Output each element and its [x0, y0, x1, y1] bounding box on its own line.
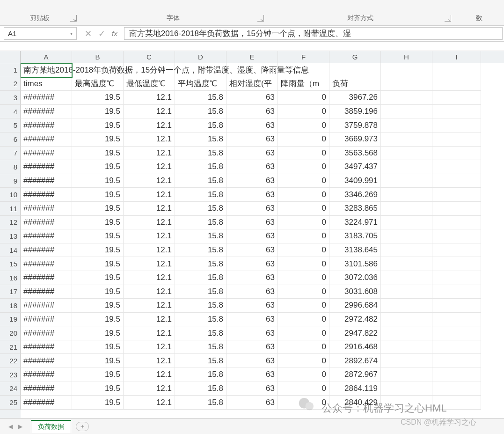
cell[interactable]: 12.1	[124, 326, 175, 340]
sheet-prev-button[interactable]: ◀	[8, 423, 13, 430]
cell[interactable]: 63	[226, 216, 278, 230]
cell[interactable]: 3346.269	[329, 188, 381, 202]
cell[interactable]: 3138.645	[329, 243, 381, 257]
cell[interactable]: 63	[226, 132, 278, 147]
cell[interactable]: 0	[278, 132, 329, 147]
cell[interactable]: 19.5	[72, 354, 124, 368]
sheet-next-button[interactable]: ▶	[18, 423, 22, 430]
cell[interactable]	[381, 396, 432, 410]
cell[interactable]	[329, 63, 381, 77]
cell[interactable]: 12.1	[124, 299, 175, 313]
cell[interactable]: 3283.865	[329, 202, 381, 216]
cell[interactable]: 12.1	[124, 257, 175, 271]
cell[interactable]: 15.8	[175, 299, 226, 313]
cell[interactable]: 12.1	[124, 382, 175, 396]
cell[interactable]: 0	[278, 326, 329, 340]
cell[interactable]: 0	[278, 382, 329, 396]
cell[interactable]: 63	[226, 105, 278, 119]
cell[interactable]	[381, 313, 432, 327]
cell[interactable]	[381, 340, 432, 354]
select-all-corner[interactable]	[0, 51, 21, 63]
cell[interactable]: #######	[21, 91, 72, 105]
cell[interactable]	[432, 216, 481, 230]
cell[interactable]: 15.8	[175, 132, 226, 147]
row-header[interactable]: 16	[0, 271, 21, 285]
cell[interactable]: 12.1	[124, 354, 175, 368]
cell[interactable]: 63	[226, 243, 278, 257]
cell[interactable]: 12.1	[124, 216, 175, 230]
cell[interactable]	[381, 188, 432, 202]
cell[interactable]: 63	[226, 229, 278, 243]
sheet-tab-active[interactable]: 负荷数据	[31, 420, 71, 433]
cell[interactable]: 2864.119	[329, 382, 381, 396]
cell[interactable]: #######	[21, 313, 72, 327]
cell[interactable]: 63	[226, 396, 278, 410]
cell[interactable]: 12.1	[124, 285, 175, 299]
cell[interactable]: 12.1	[124, 229, 175, 243]
row-header[interactable]: 1	[0, 63, 21, 77]
cell[interactable]	[432, 326, 481, 340]
row-header[interactable]: 19	[0, 313, 21, 327]
cell[interactable]: 63	[226, 285, 278, 299]
cell[interactable]: 63	[226, 202, 278, 216]
cell[interactable]: 3183.705	[329, 229, 381, 243]
cell[interactable]: #######	[21, 160, 72, 174]
cell[interactable]: 3859.196	[329, 105, 381, 119]
cell[interactable]: 19.5	[72, 382, 124, 396]
cell[interactable]: 0	[278, 105, 329, 119]
cell[interactable]: 负荷	[329, 77, 381, 91]
cell[interactable]: 15.8	[175, 326, 226, 340]
row-header[interactable]: 4	[0, 105, 21, 119]
cell[interactable]	[381, 63, 432, 77]
cell[interactable]: 19.5	[72, 147, 124, 161]
cell[interactable]: 3759.878	[329, 118, 381, 132]
cell[interactable]: 0	[278, 299, 329, 313]
row-header[interactable]: 10	[0, 188, 21, 202]
cell[interactable]: 12.1	[124, 147, 175, 161]
cell[interactable]	[381, 174, 432, 188]
cell[interactable]	[381, 147, 432, 161]
cell[interactable]	[432, 340, 481, 354]
column-header[interactable]: C	[124, 51, 175, 63]
cell[interactable]	[381, 354, 432, 368]
cell[interactable]: #######	[21, 202, 72, 216]
formula-input[interactable]: 南方某地2016-2018年负荷数据，15分钟一个点，附带温度、湿	[124, 27, 503, 40]
row-header[interactable]: 11	[0, 202, 21, 216]
row-header[interactable]: 6	[0, 132, 21, 147]
cell[interactable]	[432, 229, 481, 243]
column-header[interactable]: E	[226, 51, 278, 63]
cell[interactable]: 2947.822	[329, 326, 381, 340]
cell[interactable]: 3101.586	[329, 257, 381, 271]
cell[interactable]: 0	[278, 368, 329, 382]
cell[interactable]: 12.1	[124, 132, 175, 147]
column-header[interactable]: B	[72, 51, 124, 63]
cell[interactable]	[432, 105, 481, 119]
cell[interactable]: 63	[226, 91, 278, 105]
cell[interactable]: #######	[21, 299, 72, 313]
dialog-launcher-icon[interactable]	[257, 15, 264, 22]
dialog-launcher-icon[interactable]	[445, 15, 451, 22]
cell[interactable]: #######	[21, 368, 72, 382]
cell[interactable]: 12.1	[124, 340, 175, 354]
cell[interactable]: 0	[278, 118, 329, 132]
cell[interactable]: 63	[226, 271, 278, 285]
cell[interactable]: 63	[226, 299, 278, 313]
cell[interactable]: #######	[21, 326, 72, 340]
cell[interactable]: #######	[21, 382, 72, 396]
cell[interactable]	[432, 77, 481, 91]
row-header[interactable]: 14	[0, 243, 21, 257]
cell[interactable]: 63	[226, 118, 278, 132]
cell[interactable]: #######	[21, 229, 72, 243]
cell[interactable]: 63	[226, 326, 278, 340]
cell[interactable]	[432, 147, 481, 161]
cell[interactable]: 19.5	[72, 229, 124, 243]
row-header[interactable]: 18	[0, 299, 21, 313]
cell[interactable]: 3072.036	[329, 271, 381, 285]
cell[interactable]: 19.5	[72, 91, 124, 105]
cell[interactable]	[432, 91, 481, 105]
cell[interactable]: 15.8	[175, 368, 226, 382]
cell[interactable]: 12.1	[124, 188, 175, 202]
cell[interactable]: 12.1	[124, 271, 175, 285]
cell[interactable]: 15.8	[175, 216, 226, 230]
cell[interactable]	[381, 285, 432, 299]
